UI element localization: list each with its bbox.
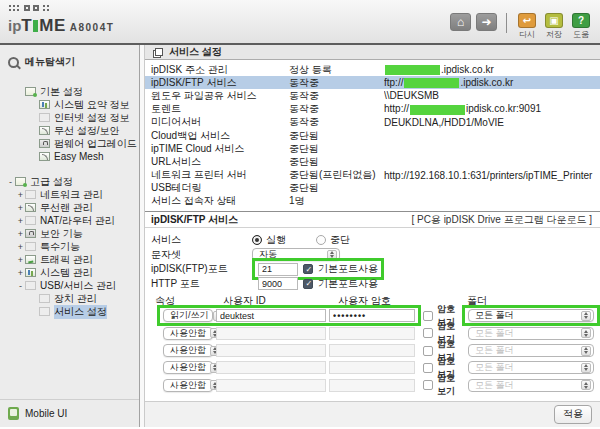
- sidebar-tree-item[interactable]: - USB/서비스 관리: [0, 279, 139, 292]
- tree-expander[interactable]: +: [16, 229, 25, 239]
- service-row[interactable]: USB테더링 중단됨: [145, 182, 600, 195]
- stop-radio[interactable]: [316, 235, 326, 245]
- folder-select[interactable]: 모든 폴더: [468, 379, 594, 392]
- service-row[interactable]: Cloud백업 서비스 중단됨: [145, 129, 600, 142]
- tree-expander[interactable]: +: [16, 268, 25, 278]
- folder-value: 모든 폴더: [475, 327, 514, 340]
- user-password-input[interactable]: [329, 379, 415, 392]
- tree-item-icon: [25, 87, 36, 96]
- service-status: 1명: [289, 194, 384, 208]
- sidebar-tree-item[interactable]: + 시스템 관리: [0, 266, 139, 279]
- http-port-input[interactable]: [258, 277, 298, 290]
- attr-select[interactable]: 사용안함: [163, 344, 213, 357]
- toolbar-action-button[interactable]: ↩ 다시: [516, 13, 538, 40]
- service-row[interactable]: 미디어서버 동작중 DEUKDLNA,/HDD1/MoVIE: [145, 116, 600, 129]
- folder-select[interactable]: 모든 폴더: [468, 327, 594, 340]
- tree-expander[interactable]: +: [16, 203, 25, 213]
- sidebar-tree-item[interactable]: 기본 설정: [0, 85, 139, 98]
- search-icon: [8, 57, 19, 68]
- user-password-input[interactable]: [329, 361, 415, 374]
- sidebar-tree-item[interactable]: + NAT/라우터 관리: [0, 214, 139, 227]
- tree-expander[interactable]: +: [16, 242, 25, 252]
- sidebar-tree-item[interactable]: + 무선랜 관리: [0, 201, 139, 214]
- tree-item-icon: [39, 113, 50, 122]
- user-password-input[interactable]: [329, 309, 415, 322]
- attr-select[interactable]: 사용안함: [163, 327, 213, 340]
- tree-expander[interactable]: +: [16, 255, 25, 265]
- attr-select[interactable]: 사용안함: [163, 361, 213, 374]
- tree-item-icon: [39, 126, 50, 135]
- tree-expander[interactable]: +: [16, 216, 25, 226]
- user-id-input[interactable]: [216, 361, 326, 374]
- sidebar-tree-item[interactable]: + 트래픽 관리: [0, 253, 139, 266]
- tree-expander[interactable]: +: [16, 190, 25, 200]
- sidebar-tree-item[interactable]: + 보안 기능: [0, 227, 139, 240]
- show-password-checkbox[interactable]: [423, 363, 433, 373]
- square-glyph: [24, 5, 30, 11]
- toolbar-action-icon: ↩: [518, 13, 536, 28]
- service-name: 네트워크 프린터 서버: [151, 168, 289, 182]
- user-id-input[interactable]: [216, 327, 326, 340]
- folder-select[interactable]: 모든 폴더: [468, 344, 594, 357]
- service-name: 토렌트: [151, 102, 289, 116]
- service-row[interactable]: ipDISK 주소 관리 정상 등록 .ipdisk.co.kr: [145, 63, 600, 76]
- content-title-bar: 서비스 설정: [145, 45, 600, 60]
- ftp-port-input[interactable]: [258, 263, 298, 276]
- user-credentials-group: 사용안함: [157, 375, 421, 396]
- user-id-input[interactable]: [216, 309, 326, 322]
- tree-item-label: USB/서비스 관리: [40, 279, 116, 293]
- attr-select[interactable]: 사용안함: [163, 379, 213, 392]
- ipdisk-drive-download-link[interactable]: [ PC용 ipDISK Drive 프로그램 다운로드 ]: [411, 213, 592, 227]
- service-value: http://192.168.10.1:631/printers/ipTIME_…: [384, 170, 600, 181]
- service-row[interactable]: URL서비스 중단됨: [145, 155, 600, 168]
- toolbar-action-button[interactable]: ▣ 저장: [543, 13, 565, 40]
- sidebar-tree-item[interactable]: 시스템 요약 정보: [0, 98, 139, 111]
- logout-icon[interactable]: ➜: [476, 13, 497, 31]
- show-password-checkbox[interactable]: [423, 311, 433, 321]
- apply-button[interactable]: 적용: [554, 405, 592, 424]
- folder-select[interactable]: 모든 폴더: [468, 361, 594, 374]
- show-password-checkbox[interactable]: [423, 346, 433, 356]
- sidebar-tree-item[interactable]: - 고급 설정: [0, 175, 139, 188]
- run-radio[interactable]: [252, 235, 262, 245]
- tree-item-label: 서비스 설정: [54, 305, 107, 319]
- folder-select[interactable]: 모든 폴더: [468, 309, 594, 322]
- service-status: 동작중: [289, 89, 384, 103]
- service-status-table: ipDISK 주소 관리 정상 등록 .ipdisk.co.kr ipDISK/…: [145, 60, 600, 208]
- tree-expander[interactable]: -: [16, 281, 25, 291]
- service-row[interactable]: ipTIME Cloud 서비스 중단됨: [145, 142, 600, 155]
- tree-item-label: 네트워크 관리: [40, 188, 103, 202]
- sidebar-tree-item[interactable]: + 특수기능: [0, 240, 139, 253]
- service-name: Cloud백업 서비스: [151, 129, 289, 143]
- folder-group: 모든 폴더: [462, 375, 600, 396]
- sidebar-tree-item[interactable]: + 네트워크 관리: [0, 188, 139, 201]
- sidebar-tree-item[interactable]: 장치 관리: [0, 292, 139, 305]
- http-default-port-checkbox[interactable]: [303, 279, 313, 289]
- attr-select[interactable]: 읽기/쓰기: [163, 309, 213, 322]
- sidebar-tree-item[interactable]: 무선 설정/보안: [0, 124, 139, 137]
- user-id-input[interactable]: [216, 379, 326, 392]
- user-password-input[interactable]: [329, 327, 415, 340]
- service-row[interactable]: 서비스 접속자 상태 1명: [145, 195, 600, 208]
- tree-expander[interactable]: -: [6, 177, 15, 187]
- show-password-checkbox[interactable]: [423, 380, 433, 390]
- service-toggle-label: 서비스: [151, 233, 252, 247]
- show-password-checkbox[interactable]: [423, 328, 433, 338]
- ftp-default-port-checkbox[interactable]: [303, 264, 313, 274]
- user-id-input[interactable]: [216, 344, 326, 357]
- sidebar-tree-item[interactable]: 서비스 설정: [0, 305, 139, 318]
- service-row[interactable]: ipDISK/FTP 서비스 동작중 ftp://.ipdisk.co.kr: [145, 76, 600, 89]
- service-row[interactable]: 윈도우 파일공유 서비스 동작중 \\DEUKSMB: [145, 89, 600, 102]
- sidebar-tree-item[interactable]: 펌웨어 업그레이드: [0, 137, 139, 150]
- mobile-ui-link[interactable]: Mobile UI: [0, 399, 139, 427]
- service-row[interactable]: 토렌트 동작중 http://ipdisk.co.kr:9091: [145, 103, 600, 116]
- home-icon[interactable]: ⌂: [450, 13, 471, 31]
- service-row[interactable]: 네트워크 프린터 서버 중단됨(프린터없음) http://192.168.10…: [145, 169, 600, 182]
- user-password-input[interactable]: [329, 344, 415, 357]
- toolbar-action-button[interactable]: ? 도움: [570, 13, 592, 40]
- sidebar-tree-item[interactable]: Easy Mesh: [0, 150, 139, 163]
- service-status: 동작중: [289, 76, 384, 90]
- charset-label: 문자셋: [151, 248, 252, 262]
- sidebar-tree-item[interactable]: 인터넷 설정 정보: [0, 111, 139, 124]
- divider: [506, 13, 507, 33]
